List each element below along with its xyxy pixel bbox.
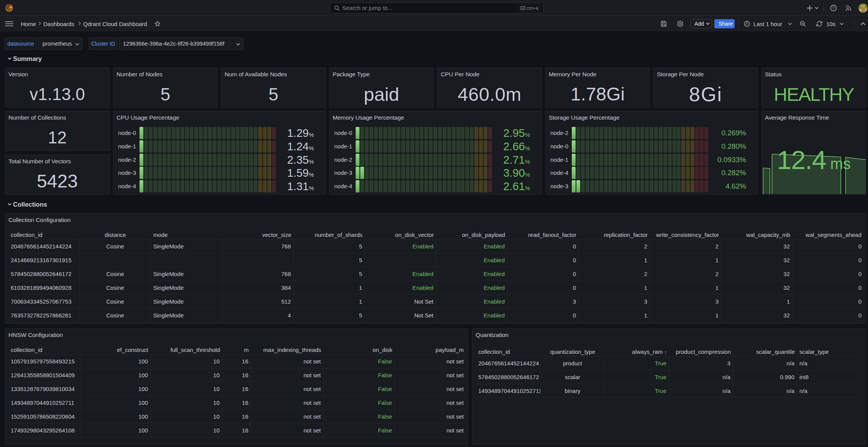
svg-text:?: ? bbox=[832, 6, 835, 10]
